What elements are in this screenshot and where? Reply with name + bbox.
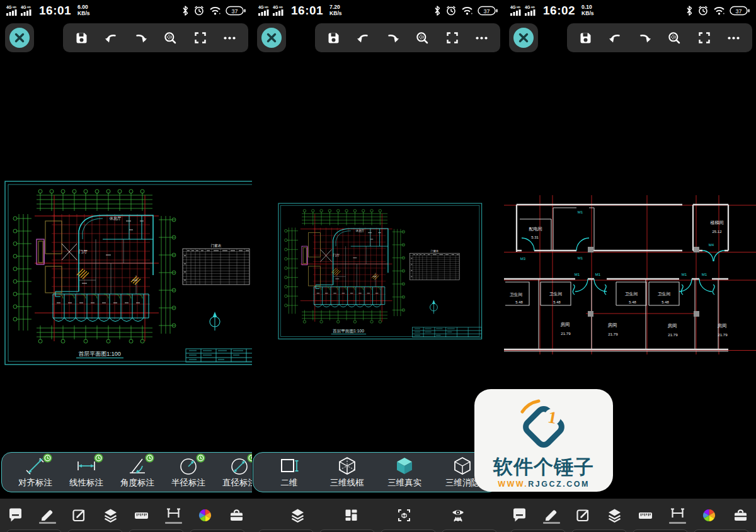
clock-badge-icon [196, 453, 205, 463]
toolbox-tool[interactable] [733, 507, 748, 523]
network-speed: 7.20KB/s [329, 4, 341, 17]
draw-tool[interactable] [543, 507, 560, 524]
status-left: 4GHD 4GHD 16:01 6.00KB/s [6, 4, 89, 18]
undo-icon [104, 31, 118, 45]
layers-tool[interactable] [607, 507, 622, 523]
peek-pill[interactable] [381, 529, 436, 532]
toolbox-tool[interactable] [229, 507, 244, 523]
save-button[interactable] [575, 27, 597, 48]
comment-tool[interactable] [8, 507, 23, 523]
measure-tool[interactable] [638, 507, 653, 523]
viewports-tool[interactable] [343, 507, 359, 523]
peek-pill[interactable] [67, 529, 123, 532]
cad-canvas[interactable] [252, 179, 504, 368]
dimension-tool[interactable] [669, 507, 686, 524]
draw-tool[interactable] [39, 507, 56, 524]
palette-item-aligned-dim[interactable]: 对齐标注 [11, 456, 60, 489]
color-tool[interactable] [197, 507, 213, 523]
clock-badge-icon [43, 453, 52, 463]
edit-tool[interactable] [575, 507, 591, 523]
peek-pill[interactable] [129, 529, 184, 532]
schedule-title: 门窗表 [211, 244, 222, 248]
svg-text:HD: HD [27, 6, 31, 9]
battery-icon: 37 [478, 6, 498, 16]
save-button[interactable] [71, 27, 93, 48]
viewpoint-tool[interactable] [450, 507, 466, 523]
redo-button[interactable] [382, 27, 404, 48]
cad-canvas[interactable]: 配电间 5.31 楼梯间 25.12 M1 M3 M1 M4 M1 M1 M1 … [504, 179, 756, 368]
wc-label: 卫生间 [625, 291, 638, 297]
palette-item-angle-dim[interactable]: 角度标注 [113, 456, 162, 489]
palette-item-radius-dim[interactable]: 半径标注 [164, 456, 213, 489]
floorplan-drawing: 休息厅 门厅 门窗表 首层平面图1:100 [0, 179, 252, 368]
undo-button[interactable] [605, 27, 626, 48]
redo-button[interactable] [130, 27, 152, 48]
clock-badge-icon [145, 453, 154, 463]
room-label: 房间 [668, 323, 677, 329]
door-label-m4: M4 [709, 243, 714, 247]
3d-solid-cube-icon [394, 456, 415, 476]
palette-item-3d-realistic[interactable]: 三维真实 [380, 456, 429, 489]
peek-pill[interactable] [6, 529, 62, 532]
zoom-search-button[interactable] [412, 27, 433, 48]
color-wheel-icon [197, 507, 213, 523]
wifi-icon [461, 5, 473, 16]
cad-canvas[interactable]: 休息厅 门厅 门窗表 首层平面图1:100 [0, 179, 252, 368]
undo-button[interactable] [101, 27, 122, 48]
lounge-label: 休息厅 [110, 216, 122, 220]
box-select-tool[interactable] [396, 507, 412, 523]
layers-tool[interactable] [103, 507, 118, 523]
peek-pill[interactable] [694, 529, 749, 532]
layers-icon [607, 507, 622, 523]
fullscreen-button[interactable] [694, 27, 715, 48]
more-icon [726, 31, 741, 45]
color-tool[interactable] [701, 507, 717, 523]
palette-item-linear-dim[interactable]: 线性标注 [62, 456, 111, 489]
svg-text:37: 37 [483, 8, 490, 14]
ruler-icon [638, 507, 653, 523]
edit-tool[interactable] [71, 507, 87, 523]
palette-item-diameter-dim[interactable]: 直径标注 [215, 456, 252, 489]
redo-icon [134, 31, 148, 45]
bluetooth-icon [181, 5, 189, 16]
peek-pill[interactable] [319, 529, 375, 532]
fullscreen-button[interactable] [190, 27, 211, 48]
redo-button[interactable] [634, 27, 656, 48]
box-select-icon [396, 507, 412, 523]
close-button[interactable] [257, 23, 286, 52]
save-button[interactable] [323, 27, 345, 48]
status-bar: 4GHD 4GHD 16:01 6.00KB/s 37 [0, 0, 252, 21]
door-label-m3: M3 [520, 257, 526, 261]
panel-2: 4GHD 4GHD 16:01 7.20KB/s 37 [252, 0, 504, 532]
close-button[interactable] [5, 23, 34, 52]
close-icon [261, 27, 282, 48]
signal-icon-2: 4GHD [21, 5, 33, 16]
undo-button[interactable] [353, 27, 374, 48]
more-button[interactable] [723, 27, 745, 48]
2d-view-icon [278, 456, 300, 476]
peek-pill[interactable] [633, 529, 688, 532]
undo-icon [356, 31, 370, 45]
comment-icon [512, 507, 527, 523]
clock-badge-icon [247, 453, 252, 463]
comment-tool[interactable] [512, 507, 527, 523]
zoom-search-button[interactable] [160, 27, 181, 48]
network-speed: 6.00KB/s [77, 4, 89, 17]
peek-pill[interactable] [510, 529, 566, 532]
more-button[interactable] [471, 27, 493, 48]
peek-pill[interactable] [190, 529, 245, 532]
layers-tool[interactable] [290, 507, 306, 523]
palette-item-3d-wireframe[interactable]: 三维线框 [323, 456, 372, 489]
fullscreen-button[interactable] [442, 27, 463, 48]
peek-pill[interactable] [442, 529, 497, 532]
wc-area: 5.48 [553, 300, 560, 304]
stair-room-label: 楼梯间 [711, 220, 724, 225]
more-button[interactable] [219, 27, 241, 48]
zoom-search-button[interactable] [664, 27, 685, 48]
close-button[interactable] [509, 23, 538, 52]
palette-item-2d[interactable]: 二维 [265, 456, 314, 489]
measure-tool[interactable] [134, 507, 149, 523]
peek-pill[interactable] [258, 529, 314, 532]
peek-pill[interactable] [571, 529, 627, 532]
dimension-tool[interactable] [165, 507, 182, 524]
